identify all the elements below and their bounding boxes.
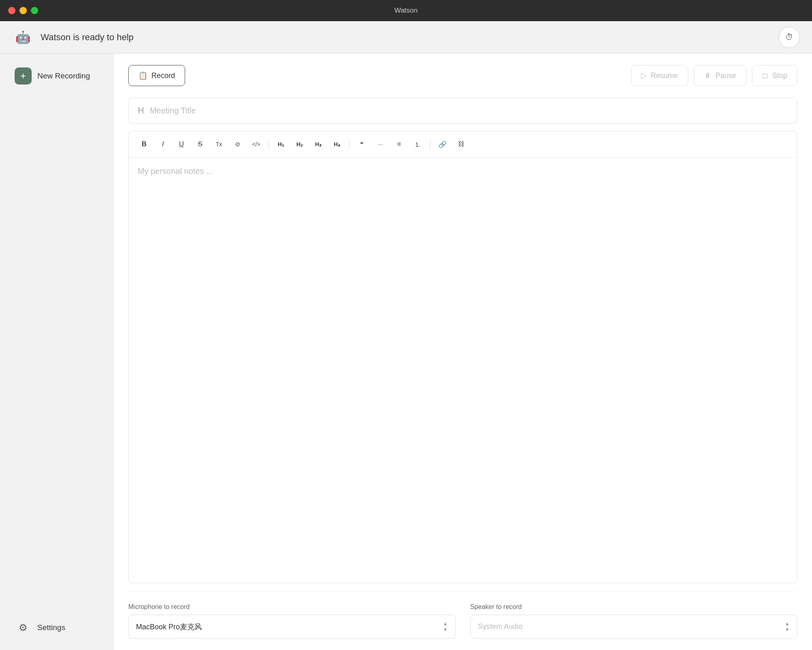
h3-button[interactable]: H₃ bbox=[310, 137, 326, 152]
pause-icon: ⏸ bbox=[704, 72, 711, 80]
resume-icon: ▷ bbox=[641, 71, 647, 80]
maximize-button[interactable] bbox=[31, 7, 38, 14]
record-label: Record bbox=[151, 72, 175, 80]
toolbar-separator-2 bbox=[349, 139, 350, 149]
recording-toolbar: 📋 Record ▷ Resume ⏸ Pause ◻ Stop bbox=[128, 65, 797, 86]
settings-icon: ⚙ bbox=[15, 619, 32, 636]
microphone-control-group: Microphone to record MacBook Pro麦克风 ▲▼ bbox=[128, 603, 456, 639]
editor-toolbar: B I U S Tx ⊘ </> H₁ H₂ H₃ H₄ ❝ ··· ≡ 1 bbox=[129, 131, 797, 158]
microphone-value: MacBook Pro麦克风 bbox=[136, 622, 202, 632]
numbered-list-button[interactable]: 1. bbox=[410, 137, 426, 152]
settings-button[interactable]: ⚙ Settings bbox=[5, 613, 108, 642]
record-button[interactable]: 📋 Record bbox=[128, 65, 185, 86]
app-header: 🤖 Watson is ready to help ⏱ bbox=[0, 21, 812, 54]
unlink-button[interactable]: ⛓ bbox=[453, 137, 469, 152]
notes-placeholder: My personal notes ... bbox=[138, 167, 213, 176]
link-button[interactable]: 🔗 bbox=[434, 137, 451, 152]
bullet-list-button[interactable]: ≡ bbox=[391, 137, 407, 152]
h1-button[interactable]: H₁ bbox=[273, 137, 289, 152]
speaker-select[interactable]: System Audio ▲▼ bbox=[470, 615, 797, 639]
new-recording-icon: + bbox=[15, 67, 32, 84]
code-button[interactable]: </> bbox=[248, 137, 264, 152]
new-recording-label: New Recording bbox=[37, 72, 90, 80]
editor-container: B I U S Tx ⊘ </> H₁ H₂ H₃ H₄ ❝ ··· ≡ 1 bbox=[128, 131, 797, 583]
pause-button[interactable]: ⏸ Pause bbox=[694, 65, 746, 86]
blockquote-button[interactable]: ❝ bbox=[354, 137, 370, 152]
bold-button[interactable]: B bbox=[136, 137, 152, 152]
new-recording-button[interactable]: + New Recording bbox=[5, 62, 108, 90]
toolbar-right: ▷ Resume ⏸ Pause ◻ Stop bbox=[631, 65, 797, 86]
speaker-label: Speaker to record bbox=[470, 603, 797, 611]
heading-icon: H bbox=[138, 105, 144, 116]
content-area: 📋 Record ▷ Resume ⏸ Pause ◻ Stop bbox=[114, 54, 812, 650]
traffic-lights bbox=[8, 7, 38, 14]
erase-format-button[interactable]: ⊘ bbox=[229, 137, 246, 152]
h2-button[interactable]: H₂ bbox=[292, 137, 308, 152]
divider-button[interactable]: ··· bbox=[372, 137, 389, 152]
app-header-title: Watson is ready to help bbox=[41, 32, 779, 43]
speaker-arrows: ▲▼ bbox=[785, 621, 790, 633]
microphone-select[interactable]: MacBook Pro麦克风 ▲▼ bbox=[128, 615, 456, 639]
pause-label: Pause bbox=[715, 72, 736, 80]
close-button[interactable] bbox=[8, 7, 15, 14]
speaker-value: System Audio bbox=[478, 622, 523, 631]
toolbar-separator-1 bbox=[268, 139, 269, 149]
editor-body[interactable]: My personal notes ... bbox=[129, 158, 797, 583]
app-logo: 🤖 bbox=[12, 27, 33, 48]
italic-button[interactable]: I bbox=[155, 137, 171, 152]
main-layout: + New Recording ⚙ Settings 📋 Record bbox=[0, 54, 812, 650]
bottom-controls: Microphone to record MacBook Pro麦克风 ▲▼ S… bbox=[128, 592, 797, 639]
speaker-control-group: Speaker to record System Audio ▲▼ bbox=[470, 603, 797, 639]
toolbar-separator-3 bbox=[430, 139, 430, 149]
stop-button[interactable]: ◻ Stop bbox=[752, 65, 797, 86]
app-container: 🤖 Watson is ready to help ⏱ + New Record… bbox=[0, 21, 812, 650]
microphone-label: Microphone to record bbox=[128, 603, 456, 611]
titlebar-title: Watson bbox=[394, 6, 417, 15]
header-action-button[interactable]: ⏱ bbox=[779, 27, 800, 48]
clock-icon: ⏱ bbox=[785, 32, 793, 42]
settings-label: Settings bbox=[37, 623, 65, 632]
meeting-title-placeholder: Meeting Title bbox=[150, 106, 196, 115]
meeting-title-field[interactable]: H Meeting Title bbox=[128, 98, 797, 124]
record-icon: 📋 bbox=[138, 71, 147, 80]
stop-icon: ◻ bbox=[762, 71, 768, 80]
clear-format-button[interactable]: Tx bbox=[211, 137, 227, 152]
audio-controls: Microphone to record MacBook Pro麦克风 ▲▼ S… bbox=[128, 603, 797, 639]
resume-label: Resume bbox=[651, 72, 678, 80]
resume-button[interactable]: ▷ Resume bbox=[631, 65, 688, 86]
minimize-button[interactable] bbox=[19, 7, 27, 14]
stop-label: Stop bbox=[772, 72, 787, 80]
h4-button[interactable]: H₄ bbox=[329, 137, 345, 152]
sidebar: + New Recording ⚙ Settings bbox=[0, 54, 114, 650]
microphone-arrows: ▲▼ bbox=[443, 621, 448, 633]
strikethrough-button[interactable]: S bbox=[192, 137, 208, 152]
underline-button[interactable]: U bbox=[173, 137, 190, 152]
titlebar: Watson bbox=[0, 0, 812, 21]
